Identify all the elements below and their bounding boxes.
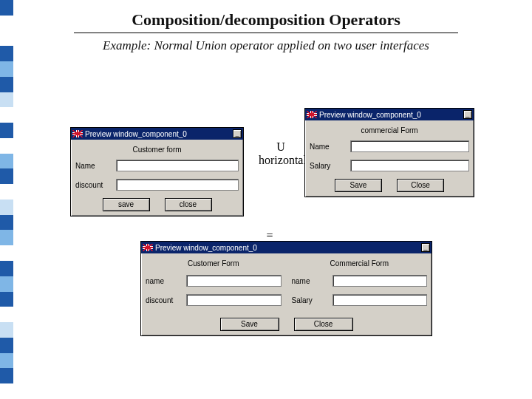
name-label: Name <box>75 162 116 170</box>
titlebar[interactable]: Preview window_component_0 _ <box>141 242 432 253</box>
name-label: Name <box>310 143 350 151</box>
heading-underline <box>74 33 458 33</box>
window-result: Preview window_component_0 _ Customer Fo… <box>140 241 432 336</box>
minimize-button[interactable]: _ <box>421 243 430 252</box>
close-button[interactable]: Close <box>294 318 353 331</box>
save-button[interactable]: Save <box>220 318 279 331</box>
discount-input[interactable] <box>186 294 282 306</box>
union-symbol: U <box>276 140 285 153</box>
slide-heading: Composition/decomposition Operators <box>0 10 532 30</box>
flag-icon <box>143 244 153 251</box>
titlebar[interactable]: Preview window_component_0 _ <box>71 128 243 140</box>
window-title: Preview window_component_0 <box>85 130 187 138</box>
slide-subtitle: Example: Normal Union operator applied o… <box>0 38 532 53</box>
save-button[interactable]: save <box>103 198 150 211</box>
save-button[interactable]: Save <box>335 179 382 192</box>
minimize-button[interactable]: _ <box>233 129 242 138</box>
decorative-strip <box>0 0 13 399</box>
minimize-button[interactable]: _ <box>463 110 472 119</box>
name-label: name <box>146 277 186 285</box>
name-label: name <box>292 277 332 285</box>
titlebar[interactable]: Preview window_component_0 _ <box>305 109 474 120</box>
window-commercial-form: Preview window_component_0 _ commercial … <box>304 108 474 197</box>
flag-icon <box>307 111 317 118</box>
result-col-commercial: Commercial Form name Salary <box>292 256 428 313</box>
form-title: Customer form <box>75 146 239 154</box>
col-title: Customer Form <box>146 259 282 267</box>
close-button[interactable]: close <box>165 198 212 211</box>
close-button[interactable]: Close <box>397 179 444 192</box>
col-title: Commercial Form <box>292 259 428 267</box>
window-title: Preview window_component_0 <box>319 111 421 119</box>
union-mode: horizontal <box>259 154 307 166</box>
union-operator-label: U horizontal <box>259 140 303 168</box>
name-input[interactable] <box>116 160 239 171</box>
discount-input[interactable] <box>116 179 239 191</box>
discount-label: discount <box>75 181 116 189</box>
window-title: Preview window_component_0 <box>155 244 257 252</box>
flag-icon <box>72 130 83 137</box>
form-title: commercial Form <box>310 126 469 134</box>
salary-input[interactable] <box>350 160 469 171</box>
salary-label: Salary <box>310 162 350 170</box>
name-input[interactable] <box>186 275 282 287</box>
salary-input[interactable] <box>332 294 428 306</box>
discount-label: discount <box>146 296 186 304</box>
name-input[interactable] <box>350 140 469 152</box>
name-input[interactable] <box>332 275 428 287</box>
result-col-customer: Customer Form name discount <box>146 256 282 313</box>
salary-label: Salary <box>292 296 332 304</box>
window-customer-form: Preview window_component_0 _ Customer fo… <box>70 127 244 216</box>
